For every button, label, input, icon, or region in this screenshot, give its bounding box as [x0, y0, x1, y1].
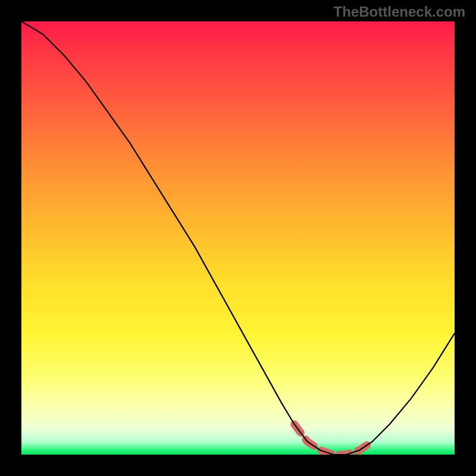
- chart-svg: [21, 21, 455, 455]
- watermark-text: TheBottleneck.com: [334, 4, 465, 20]
- bottleneck-curve: [21, 21, 455, 455]
- chart-plot-area: [21, 21, 455, 455]
